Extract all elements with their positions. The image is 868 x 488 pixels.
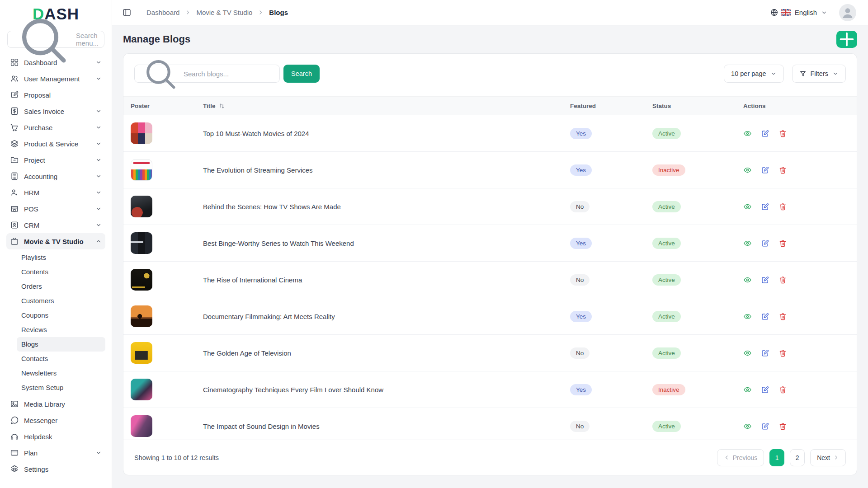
next-page-button[interactable]: Next bbox=[810, 449, 846, 466]
credit-card-icon bbox=[10, 448, 19, 457]
edit-icon[interactable] bbox=[761, 129, 769, 138]
view-icon[interactable] bbox=[743, 202, 752, 211]
sidebar-item-product-service[interactable]: Product & Service bbox=[6, 136, 105, 152]
language-label: English bbox=[795, 9, 817, 16]
sidebar-item-project[interactable]: Project bbox=[6, 152, 105, 168]
sidebar-item-settings[interactable]: Settings bbox=[6, 461, 105, 477]
blog-poster-thumbnail[interactable] bbox=[131, 159, 152, 181]
sidebar-item-helpdesk[interactable]: Helpdesk bbox=[6, 428, 105, 445]
edit-icon[interactable] bbox=[761, 385, 769, 394]
edit-icon[interactable] bbox=[761, 349, 769, 357]
page-button-1[interactable]: 1 bbox=[769, 449, 784, 466]
sidebar-item-user-management[interactable]: User Management bbox=[6, 70, 105, 87]
search-icon bbox=[141, 54, 179, 93]
sidebar-item-proposal[interactable]: Proposal bbox=[6, 87, 105, 103]
delete-icon[interactable] bbox=[778, 202, 787, 211]
delete-icon[interactable] bbox=[778, 422, 787, 431]
breadcrumb-movie-tv-studio[interactable]: Movie & TV Studio bbox=[196, 9, 252, 16]
blog-poster-thumbnail[interactable] bbox=[131, 269, 152, 291]
table-row: The Golden Age of TelevisionNoActive bbox=[123, 335, 857, 371]
view-icon[interactable] bbox=[743, 239, 752, 248]
actions-cell bbox=[743, 312, 857, 321]
sort-icon[interactable] bbox=[218, 103, 225, 109]
sidebar-item-label: Product & Service bbox=[24, 140, 90, 148]
featured-cell: No bbox=[570, 274, 652, 286]
sidebar-item-playlists[interactable]: Playlists bbox=[17, 250, 105, 265]
delete-icon[interactable] bbox=[778, 385, 787, 394]
sidebar-item-blogs[interactable]: Blogs bbox=[17, 337, 105, 352]
filters-button[interactable]: Filters bbox=[792, 65, 846, 83]
funnel-icon bbox=[799, 70, 807, 77]
delete-icon[interactable] bbox=[778, 166, 787, 174]
edit-icon[interactable] bbox=[761, 276, 769, 284]
sidebar-item-sales-invoice[interactable]: Sales Invoice bbox=[6, 103, 105, 119]
sidebar-item-plan[interactable]: Plan bbox=[6, 445, 105, 461]
blog-poster-thumbnail[interactable] bbox=[131, 342, 152, 364]
delete-icon[interactable] bbox=[778, 312, 787, 321]
sidebar-item-hrm[interactable]: HRM bbox=[6, 184, 105, 201]
sidebar-item-accounting[interactable]: Accounting bbox=[6, 168, 105, 184]
breadcrumb-dashboard[interactable]: Dashboard bbox=[146, 9, 179, 16]
sidebar-item-contacts[interactable]: Contacts bbox=[17, 352, 105, 366]
poster-cell bbox=[131, 232, 203, 254]
featured-badge: No bbox=[570, 347, 590, 359]
language-selector[interactable]: English bbox=[781, 9, 827, 16]
page-button-2[interactable]: 2 bbox=[790, 449, 805, 466]
sidebar-item-newsletters[interactable]: Newsletters bbox=[17, 366, 105, 380]
edit-icon[interactable] bbox=[761, 312, 769, 321]
edit-icon[interactable] bbox=[761, 202, 769, 211]
actions-cell bbox=[743, 385, 857, 394]
sidebar-item-pos[interactable]: POS bbox=[6, 201, 105, 217]
featured-cell: Yes bbox=[570, 311, 652, 322]
blog-poster-thumbnail[interactable] bbox=[131, 196, 152, 217]
avatar[interactable] bbox=[839, 4, 856, 21]
blog-poster-thumbnail[interactable] bbox=[131, 305, 152, 327]
blog-poster-thumbnail[interactable] bbox=[131, 379, 152, 400]
sidebar-item-reviews[interactable]: Reviews bbox=[17, 323, 105, 337]
view-icon[interactable] bbox=[743, 312, 752, 321]
sidebar-search-field[interactable]: Search menu... bbox=[7, 31, 104, 48]
sidebar-item-customers[interactable]: Customers bbox=[17, 294, 105, 308]
featured-cell: No bbox=[570, 421, 652, 432]
add-blog-button[interactable] bbox=[836, 31, 857, 48]
view-icon[interactable] bbox=[743, 385, 752, 394]
status-badge: Active bbox=[652, 201, 681, 212]
per-page-select[interactable]: 10 per page bbox=[724, 65, 783, 83]
view-icon[interactable] bbox=[743, 422, 752, 431]
search-button[interactable]: Search bbox=[283, 65, 320, 83]
sidebar-item-label: HRM bbox=[24, 189, 90, 197]
delete-icon[interactable] bbox=[778, 239, 787, 248]
delete-icon[interactable] bbox=[778, 129, 787, 138]
sidebar-item-orders[interactable]: Orders bbox=[17, 279, 105, 294]
topbar-divider bbox=[139, 8, 139, 18]
sidebar-item-system-setup[interactable]: System Setup bbox=[17, 380, 105, 395]
sidebar-item-contents[interactable]: Contents bbox=[17, 265, 105, 279]
edit-icon[interactable] bbox=[761, 166, 769, 174]
view-icon[interactable] bbox=[743, 129, 752, 138]
sidebar-item-media-library[interactable]: Media Library bbox=[6, 396, 105, 412]
view-icon[interactable] bbox=[743, 276, 752, 284]
blog-search-input[interactable] bbox=[184, 70, 274, 78]
delete-icon[interactable] bbox=[778, 349, 787, 357]
edit-icon[interactable] bbox=[761, 422, 769, 431]
chat-icon bbox=[10, 416, 19, 425]
sidebar-toggle-icon[interactable] bbox=[122, 8, 132, 17]
chevron-down-icon bbox=[95, 450, 102, 456]
edit-icon[interactable] bbox=[761, 239, 769, 248]
delete-icon[interactable] bbox=[778, 276, 787, 284]
blog-poster-thumbnail[interactable] bbox=[131, 232, 152, 254]
previous-page-button[interactable]: Previous bbox=[717, 449, 764, 466]
view-icon[interactable] bbox=[743, 166, 752, 174]
view-icon[interactable] bbox=[743, 349, 752, 357]
sidebar-item-coupons[interactable]: Coupons bbox=[17, 308, 105, 323]
globe-icon[interactable] bbox=[770, 8, 778, 17]
main-area: Dashboard Movie & TV Studio Blogs Englis… bbox=[112, 0, 868, 488]
sidebar-item-messenger[interactable]: Messenger bbox=[6, 412, 105, 428]
sidebar-item-movie-tv-studio[interactable]: Movie & TV Studio bbox=[6, 233, 105, 249]
status-cell: Inactive bbox=[652, 384, 743, 395]
sidebar-item-crm[interactable]: CRM bbox=[6, 217, 105, 233]
blog-poster-thumbnail[interactable] bbox=[131, 122, 152, 144]
sidebar-item-purchase[interactable]: Purchase bbox=[6, 119, 105, 136]
blog-poster-thumbnail[interactable] bbox=[131, 415, 152, 437]
featured-cell: No bbox=[570, 347, 652, 359]
